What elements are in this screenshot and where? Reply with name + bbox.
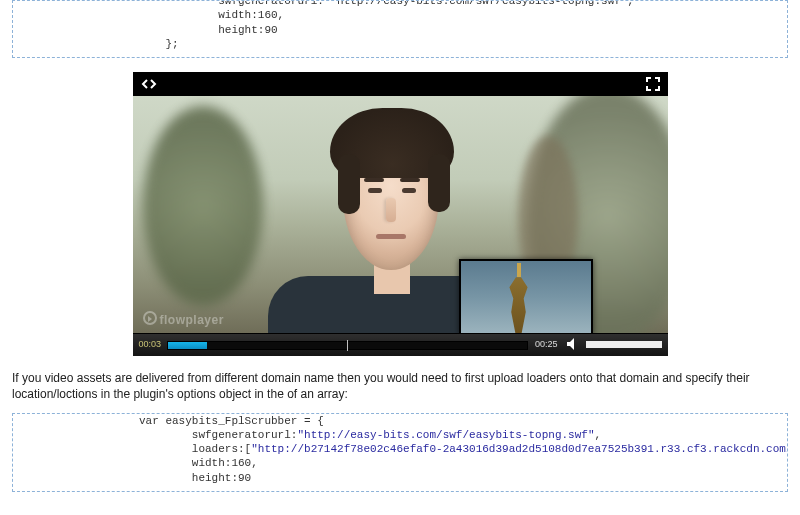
code-content-top: swfgeneratorurl: "http://easy-bits.com/s… — [13, 0, 787, 57]
svg-marker-0 — [567, 338, 574, 350]
code-string: "http://b27142f78e02c46efaf0-2a43016d39a… — [251, 443, 788, 455]
volume-icon[interactable] — [566, 337, 580, 351]
code-string: "http://easy-bits.com/swf/easybits-topng… — [297, 429, 594, 441]
code-block-bottom: var easybits_FplScrubber = { swfgenerato… — [12, 413, 788, 492]
code-line: swfgeneratorurl: "http://easy-bits.com/s… — [139, 0, 634, 7]
code-content-bottom: var easybits_FplScrubber = { swfgenerato… — [13, 414, 787, 491]
flowplayer-watermark: flowplayer — [143, 310, 224, 327]
video-player-container: flowplayer 00:03 00:25 — [133, 72, 668, 356]
time-elapsed: 00:03 — [139, 339, 162, 349]
code-line: width:160, — [139, 9, 284, 21]
code-line: , — [595, 429, 602, 441]
code-line: height:90 — [139, 24, 278, 36]
code-line: swfgeneratorurl: — [139, 429, 297, 441]
watermark-text: flowplayer — [160, 313, 224, 327]
video-player: flowplayer 00:03 00:25 — [133, 72, 668, 356]
time-duration: 00:25 — [535, 339, 558, 349]
fullscreen-icon[interactable] — [646, 77, 660, 91]
seek-bar[interactable] — [167, 341, 528, 350]
code-line: width:160, — [139, 457, 258, 469]
description-paragraph: If you video assets are delivered from d… — [12, 370, 788, 402]
seek-bar-progress — [168, 342, 207, 349]
volume-slider[interactable] — [586, 343, 662, 346]
player-controls: 00:03 00:25 — [133, 333, 668, 356]
code-line: var easybits_FplScrubber = { — [139, 415, 324, 427]
player-topbar — [133, 72, 668, 96]
code-line: height:90 — [139, 472, 251, 484]
code-line: loaders:[ — [139, 443, 251, 455]
code-block-top: swfgeneratorurl: "http://easy-bits.com/s… — [12, 0, 788, 58]
preview-thumbnail[interactable] — [459, 259, 593, 333]
embed-icon[interactable] — [141, 77, 157, 91]
seek-bar-marker — [347, 340, 348, 351]
code-line: }; — [139, 38, 179, 50]
video-viewport[interactable]: flowplayer — [133, 96, 668, 333]
